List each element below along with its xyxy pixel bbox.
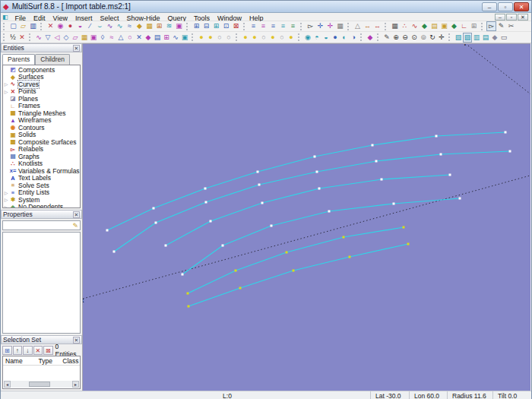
scrollbar-thumb[interactable] [29,382,50,387]
move-down-icon[interactable]: ↓ [23,346,33,355]
insert-arc-icon[interactable]: ▦ [80,33,89,43]
view-side-icon[interactable]: ▨ [463,33,472,43]
tree-item-points[interactable]: ▷✕Points [3,88,80,96]
filter-solids-icon[interactable]: ≡ [278,21,288,31]
control-point[interactable] [293,270,295,272]
curve-2[interactable] [114,151,510,252]
close-window-icon[interactable]: ⊠ [231,21,241,31]
tree-item-solids[interactable]: ▣Solids [3,131,80,139]
expand-arrow-icon[interactable]: ▷ [3,197,9,202]
pointer-mode-icon[interactable]: ▻ [486,21,496,31]
query-mode-icon[interactable]: ✎ [496,21,506,31]
curve-3[interactable] [166,175,450,245]
expand-arrow-icon[interactable]: ▷ [3,190,9,195]
child-restore-button[interactable]: ▫ [506,14,517,21]
expand-arrow-icon[interactable]: ▷ [3,81,9,87]
toolbar-grip[interactable] [448,33,452,41]
show-selected-bulb-icon[interactable]: ● [206,33,215,43]
show-all-bulb-icon[interactable]: ● [197,33,206,43]
tile-vertical-icon[interactable]: ⊞ [211,21,221,31]
edit-table-icon[interactable]: ▦ [390,21,400,31]
tree-item-relabels[interactable]: ▻Relabels [3,146,80,154]
wireframe-view-icon[interactable]: ◉ [303,33,312,43]
control-point[interactable] [235,270,237,272]
clear-selection-icon[interactable]: ⊠ [43,346,53,355]
show-parents-bulb-icon[interactable]: ● [241,33,250,43]
filter-all-icon[interactable]: ≡ [288,21,298,31]
analysis-view-icon[interactable]: ◑ [349,33,358,43]
curve-4[interactable] [182,198,460,274]
point-tool-icon[interactable]: ✕ [46,21,55,31]
select-grid-icon[interactable]: ▦ [335,21,345,31]
contour-tool-icon[interactable]: ≋ [164,21,174,31]
control-point[interactable] [349,256,351,258]
table-tool-icon[interactable]: ⊞ [154,21,164,31]
toolbar-grip[interactable] [243,23,247,30]
horizontal-scrollbar[interactable]: ◂ ▸ [4,381,79,388]
line-tool-icon[interactable]: ∕ [85,21,95,31]
insert-bead-icon[interactable]: ▽ [43,33,52,43]
control-point[interactable] [106,230,109,232]
toolbar-grip[interactable] [385,23,388,30]
control-point[interactable] [155,222,157,224]
tree-item-planes[interactable]: ◪Planes [3,95,80,103]
control-point[interactable] [210,220,212,223]
tree-item-system[interactable]: ▷✱System [3,196,80,204]
insert-ring-icon[interactable]: ◁ [52,33,62,43]
shaded-view-icon[interactable]: ◓ [312,33,321,43]
solve-set-tool-icon[interactable]: ◆ [449,21,459,31]
solid-tool-icon[interactable]: ▣ [174,21,184,31]
toolbar-grip[interactable] [377,33,381,41]
new-window-icon[interactable]: ⊡ [221,21,231,31]
drag-tool-icon[interactable]: △ [353,21,363,31]
tree-item-components[interactable]: ◩Components [3,66,80,74]
control-point[interactable] [261,202,264,204]
view-saved-icon[interactable]: ▭ [499,33,508,43]
properties-pick-icon[interactable]: ✎ [71,222,80,230]
tree-item-composite-surfaces[interactable]: ▩Composite Surfaces [3,138,80,146]
control-point[interactable] [459,198,461,200]
control-point[interactable] [271,225,273,227]
surface-tool-icon[interactable]: ◆ [135,21,144,31]
toolbar-grip[interactable] [481,23,485,30]
control-point[interactable] [381,179,383,181]
control-point[interactable] [314,156,316,158]
hidden-line-view-icon[interactable]: ◒ [321,33,331,43]
toolbar-grip[interactable] [40,23,44,30]
text-label-tool-icon[interactable]: ▣ [439,21,449,31]
refresh-visibility-bulb-icon[interactable]: ○ [277,33,287,43]
control-point[interactable] [187,293,189,295]
control-point[interactable] [328,211,331,213]
control-point[interactable] [509,150,511,153]
insert-ccurve-icon[interactable]: ◊ [98,33,107,43]
mesh-tool-icon[interactable]: ▦ [144,21,154,31]
control-point[interactable] [407,243,410,245]
control-point[interactable] [440,154,442,156]
scrollbar-track[interactable] [11,381,72,388]
new-file-icon[interactable]: ▢ [8,21,18,31]
tree-item-wireframes[interactable]: ▲Wireframes [3,117,80,125]
control-point[interactable] [258,184,261,186]
control-point[interactable] [393,203,395,205]
remove-entity-icon[interactable]: ✕ [33,346,43,355]
half-scale-icon[interactable]: ½ [8,33,17,43]
toolbar-grip[interactable] [3,23,7,30]
select-add-icon[interactable]: ✛ [315,21,325,31]
tree-item-entity-lists[interactable]: ▷≡Entity Lists [3,189,80,197]
insert-mesh-icon[interactable]: ▤ [153,33,162,43]
toolbar-grip[interactable] [29,33,33,41]
control-point[interactable] [435,135,438,138]
control-point[interactable] [239,287,242,290]
hide-selected-bulb-icon[interactable]: ○ [224,33,233,43]
highlight-tool-icon[interactable]: ◆ [366,33,375,43]
minimize-button[interactable]: – [482,2,497,11]
toolbar-grip[interactable] [236,33,239,41]
control-point[interactable] [182,274,184,276]
filter-curves-icon[interactable]: ≡ [258,21,268,31]
sketch-tool-icon[interactable]: ✎ [382,33,391,43]
zoom-in-icon[interactable]: ⊕ [391,33,401,43]
zoom-out-icon[interactable]: ⊖ [401,33,410,43]
formula-tool-icon[interactable]: ▤ [429,21,439,31]
control-point[interactable] [113,251,116,253]
invert-visibility-bulb-icon[interactable]: ● [268,33,277,43]
